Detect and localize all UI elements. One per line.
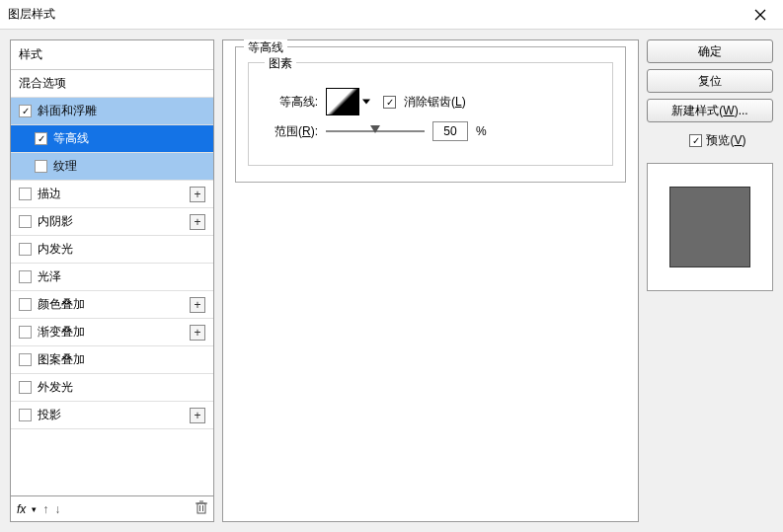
contour-picker[interactable] [326, 88, 359, 115]
effect-checkbox[interactable] [19, 409, 32, 421]
effect-label: 投影 [38, 407, 61, 423]
effect-item-6[interactable]: 光泽 [11, 264, 213, 291]
add-effect-icon[interactable]: + [190, 297, 205, 313]
effect-label: 渐变叠加 [38, 324, 85, 341]
range-input[interactable] [432, 121, 468, 141]
effect-label: 图案叠加 [38, 351, 85, 368]
preview-swatch [669, 187, 750, 267]
svg-rect-2 [197, 503, 205, 513]
effect-item-2[interactable]: 纹理 [11, 153, 213, 181]
effect-checkbox[interactable] [35, 160, 47, 173]
settings-panel: 等高线 图素 等高线: 消除锯齿(L) 范围(R): [222, 39, 639, 522]
add-effect-icon[interactable]: + [190, 325, 205, 341]
effect-label: 纹理 [53, 158, 77, 175]
elements-group: 图素 等高线: 消除锯齿(L) 范围(R): [248, 62, 613, 166]
trash-icon[interactable] [196, 500, 207, 517]
effect-checkbox[interactable] [19, 270, 32, 283]
range-label: 范围(R): [259, 123, 318, 140]
effect-checkbox[interactable] [19, 326, 32, 339]
effect-checkbox[interactable] [19, 353, 32, 366]
antialias-label: 消除锯齿(L) [404, 94, 466, 111]
effect-label: 斜面和浮雕 [38, 103, 97, 119]
effect-label: 描边 [38, 186, 61, 202]
contour-label: 等高线: [259, 94, 318, 111]
effect-checkbox[interactable] [19, 105, 32, 117]
new-style-button[interactable]: 新建样式(W)... [647, 99, 773, 122]
effect-checkbox[interactable] [19, 188, 32, 200]
effect-checkbox[interactable] [19, 298, 32, 311]
effect-item-3[interactable]: 描边+ [11, 181, 213, 208]
close-button[interactable] [745, 0, 775, 30]
effect-label: 内阴影 [38, 213, 73, 230]
effect-label: 颜色叠加 [38, 296, 85, 313]
effect-item-7[interactable]: 颜色叠加+ [11, 291, 213, 319]
blending-label: 混合选项 [19, 75, 66, 92]
arrow-up-icon[interactable]: ↑ [42, 502, 48, 516]
effect-item-0[interactable]: 斜面和浮雕 [11, 98, 213, 125]
actions-panel: 确定 复位 新建样式(W)... 预览(V) [647, 39, 773, 522]
effect-checkbox[interactable] [19, 243, 32, 256]
effect-label: 光泽 [38, 268, 61, 285]
effect-item-5[interactable]: 内发光 [11, 236, 213, 264]
ok-button[interactable]: 确定 [647, 39, 773, 63]
effect-item-4[interactable]: 内阴影+ [11, 208, 213, 236]
effect-item-1[interactable]: 等高线 [11, 125, 213, 153]
styles-header: 样式 [11, 40, 213, 70]
arrow-down-icon[interactable]: ↓ [54, 502, 60, 516]
effect-item-11[interactable]: 投影+ [11, 402, 213, 429]
styles-footer: fx ▾ ↑ ↓ [11, 495, 213, 521]
effect-item-10[interactable]: 外发光 [11, 374, 213, 402]
styles-panel: 样式 混合选项 斜面和浮雕等高线纹理描边+内阴影+内发光光泽颜色叠加+渐变叠加+… [10, 39, 214, 522]
add-effect-icon[interactable]: + [190, 187, 205, 202]
effect-checkbox[interactable] [19, 215, 32, 228]
effect-item-9[interactable]: 图案叠加 [11, 346, 213, 374]
add-effect-icon[interactable]: + [190, 214, 205, 230]
window-title: 图层样式 [8, 6, 55, 23]
effect-checkbox[interactable] [19, 381, 32, 394]
range-slider[interactable] [326, 122, 425, 140]
antialias-checkbox[interactable] [383, 96, 396, 109]
effect-label: 内发光 [38, 241, 73, 258]
add-effect-icon[interactable]: + [190, 408, 205, 423]
contour-group-title: 等高线 [244, 39, 287, 56]
effect-label: 等高线 [53, 130, 89, 147]
dialog-body: 样式 混合选项 斜面和浮雕等高线纹理描边+内阴影+内发光光泽颜色叠加+渐变叠加+… [0, 30, 783, 532]
preview-checkbox[interactable] [689, 134, 702, 147]
contour-row: 等高线: 消除锯齿(L) [259, 88, 602, 115]
titlebar: 图层样式 [0, 0, 783, 30]
preview-box [647, 163, 773, 291]
range-row: 范围(R): % [259, 121, 602, 141]
elements-group-title: 图素 [265, 55, 296, 72]
effect-label: 外发光 [38, 379, 73, 396]
styles-list: 样式 混合选项 斜面和浮雕等高线纹理描边+内阴影+内发光光泽颜色叠加+渐变叠加+… [11, 40, 213, 495]
close-icon [754, 9, 766, 21]
blending-options-item[interactable]: 混合选项 [11, 70, 213, 98]
effect-checkbox[interactable] [35, 132, 47, 145]
preview-row: 预览(V) [647, 132, 773, 149]
range-unit: % [476, 124, 487, 138]
effect-item-8[interactable]: 渐变叠加+ [11, 319, 213, 346]
fx-dropdown-icon[interactable]: ▾ [32, 504, 37, 514]
preview-label: 预览(V) [706, 132, 745, 149]
contour-group: 等高线 图素 等高线: 消除锯齿(L) 范围(R): [235, 46, 626, 183]
fx-icon[interactable]: fx [17, 502, 26, 516]
cancel-button[interactable]: 复位 [647, 69, 773, 93]
